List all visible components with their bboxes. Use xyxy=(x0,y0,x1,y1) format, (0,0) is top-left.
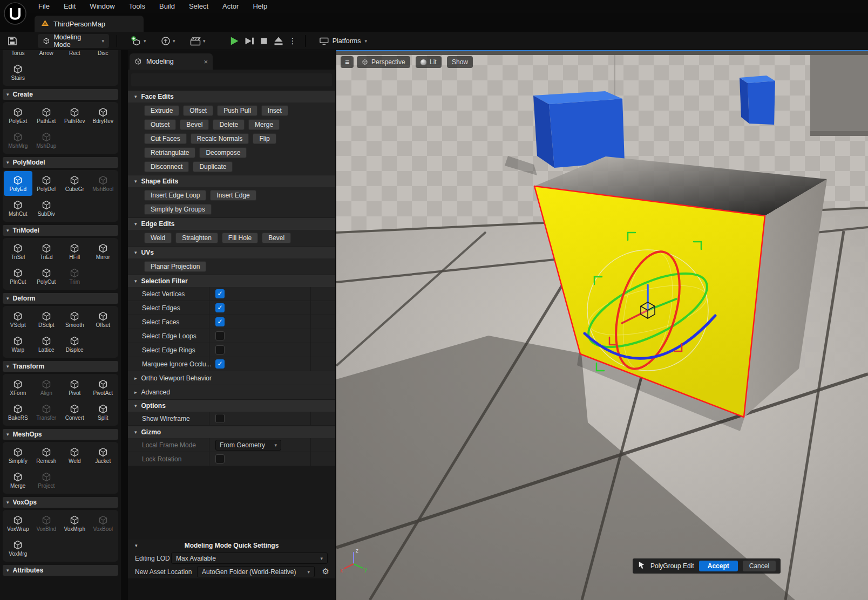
simplify-by-groups-button[interactable]: Simplify by Groups xyxy=(144,204,212,215)
tool-mirror[interactable]: Mirror xyxy=(89,239,118,264)
menu-item-edit[interactable]: Edit xyxy=(57,0,83,13)
platforms-dropdown[interactable]: Platforms ▾ xyxy=(315,34,372,48)
palette-section-trimodel[interactable]: ▾TriModel xyxy=(3,225,118,236)
insert-edge-loop-button[interactable]: Insert Edge Loop xyxy=(144,190,206,201)
planar-projection-button[interactable]: Planar Projection xyxy=(144,261,206,272)
section-selection-filter[interactable]: ▾Selection Filter xyxy=(128,275,335,287)
tool-pathrev[interactable]: PathRev xyxy=(60,103,89,128)
marquee-ignore-occlu-checkbox[interactable]: ✓ xyxy=(215,359,225,369)
play-button[interactable] xyxy=(229,36,240,46)
tool-merge[interactable]: Merge xyxy=(4,468,32,493)
tool-trim[interactable]: Trim xyxy=(60,264,89,289)
viewport-canvas[interactable]: x y z xyxy=(336,50,868,600)
menu-item-help[interactable]: Help xyxy=(246,0,274,13)
tool-bakers[interactable]: BakeRS xyxy=(4,400,32,425)
modeling-panel-tab[interactable]: Modeling × xyxy=(130,53,213,70)
palette-section-attributes[interactable]: ▾Attributes xyxy=(3,565,118,576)
duplicate-button[interactable]: Duplicate xyxy=(193,161,233,172)
play-options-kebab-icon[interactable]: ⋮ xyxy=(289,35,296,47)
delete-button[interactable]: Delete xyxy=(213,119,245,130)
accept-button[interactable]: Accept xyxy=(699,561,738,571)
unreal-logo-icon[interactable] xyxy=(3,2,27,25)
tool-hfill[interactable]: HFill xyxy=(60,239,89,264)
palette-section-transform[interactable]: ▾Transform xyxy=(3,361,118,372)
tool-transfer[interactable]: Transfer xyxy=(32,400,61,425)
palette-section-deform[interactable]: ▾Deform xyxy=(3,293,118,304)
section-uvs[interactable]: ▾UVs xyxy=(128,247,335,258)
tool-voxbool[interactable]: VoxBool xyxy=(89,511,118,536)
tool-plncut[interactable]: PlnCut xyxy=(4,264,32,289)
tool-polycut[interactable]: PolyCut xyxy=(32,264,61,289)
add-content-dropdown[interactable]: ▾ xyxy=(127,34,150,48)
tool-split[interactable]: Split xyxy=(89,400,118,425)
tool-xform[interactable]: XForm xyxy=(4,375,32,400)
close-icon[interactable]: × xyxy=(204,58,208,66)
show-dropdown[interactable]: Show xyxy=(447,56,473,68)
insert-edge-button[interactable]: Insert Edge xyxy=(210,190,256,201)
tool-jacket[interactable]: Jacket xyxy=(89,443,118,468)
editing-lod-dropdown[interactable]: Max Available▾ xyxy=(171,553,328,564)
tool-mshbool[interactable]: MshBool xyxy=(89,171,118,196)
level-tab[interactable]: ThirdPersonMap xyxy=(35,16,144,32)
tool-cubegr[interactable]: CubeGr xyxy=(60,171,89,196)
tool-polyext[interactable]: PolyExt xyxy=(4,103,32,128)
tool-trisel[interactable]: TriSel xyxy=(4,239,32,264)
tool-dsclpt[interactable]: DSclpt xyxy=(32,307,61,332)
select-edge-loops-checkbox[interactable] xyxy=(215,331,225,340)
recalc-normals-button[interactable]: Recalc Normals xyxy=(191,133,249,144)
tool-lattice[interactable]: Lattice xyxy=(32,332,61,357)
select-edge-rings-checkbox[interactable] xyxy=(215,345,225,354)
tool-arrow[interactable]: Arrow xyxy=(32,50,61,60)
menu-item-build[interactable]: Build xyxy=(152,0,182,13)
extrude-button[interactable]: Extrude xyxy=(144,105,179,116)
select-edges-checkbox[interactable]: ✓ xyxy=(215,303,225,312)
section-shape-edits[interactable]: ▾Shape Edits xyxy=(128,175,335,187)
menu-item-file[interactable]: File xyxy=(31,0,57,13)
tool-convert[interactable]: Convert xyxy=(60,400,89,425)
palette-section-voxops[interactable]: ▾VoxOps xyxy=(3,497,118,508)
tool-pathext[interactable]: PathExt xyxy=(32,103,61,128)
frame-skip-button[interactable] xyxy=(244,36,255,46)
bevel-button[interactable]: Bevel xyxy=(180,119,209,130)
tool-mshcut[interactable]: MshCut xyxy=(4,196,32,221)
quick-settings-header[interactable]: ▾ Modeling Mode Quick Settings xyxy=(128,540,335,551)
section-gizmo[interactable]: ▾Gizmo xyxy=(128,426,335,438)
tool-warp[interactable]: Warp xyxy=(4,332,32,357)
show-wireframe-checkbox[interactable] xyxy=(215,414,225,423)
local-frame-mode-dropdown[interactable]: From Geometry▾ xyxy=(215,440,281,451)
palette-section-create[interactable]: ▾Create xyxy=(3,89,118,100)
tool-voxblnd[interactable]: VoxBlnd xyxy=(32,511,61,536)
decompose-button[interactable]: Decompose xyxy=(199,147,247,158)
lit-mode-dropdown[interactable]: Lit xyxy=(416,56,442,68)
tool-mshdup[interactable]: MshDup xyxy=(32,128,61,153)
cinematics-dropdown[interactable]: ▾ xyxy=(187,34,209,48)
offset-button[interactable]: Offset xyxy=(183,105,213,116)
tool-bdryrev[interactable]: BdryRev xyxy=(89,103,118,128)
tool-remesh[interactable]: Remesh xyxy=(32,443,61,468)
tool-pivotact[interactable]: PivotAct xyxy=(89,375,118,400)
tool-polydef[interactable]: PolyDef xyxy=(32,171,61,196)
bevel-button[interactable]: Bevel xyxy=(262,233,291,243)
tool-vsclpt[interactable]: VSclpt xyxy=(4,307,32,332)
tool-tried[interactable]: TriEd xyxy=(32,239,61,264)
blueprints-dropdown[interactable]: ▾ xyxy=(158,34,179,48)
tool-polyed[interactable]: PolyEd xyxy=(4,171,32,196)
stop-button[interactable] xyxy=(259,36,269,46)
tool-disc[interactable]: Disc xyxy=(89,50,118,60)
select-faces-checkbox[interactable]: ✓ xyxy=(215,317,225,326)
row-advanced[interactable]: ▸Advanced xyxy=(128,385,335,399)
tool-simplify[interactable]: Simplify xyxy=(4,443,32,468)
tool-torus[interactable]: Torus xyxy=(4,50,32,60)
fill-hole-button[interactable]: Fill Hole xyxy=(222,233,258,243)
section-edge-edits[interactable]: ▾Edge Edits xyxy=(128,218,335,230)
gear-icon[interactable]: ⚙ xyxy=(322,567,329,576)
viewport-options-menu-icon[interactable]: ≡ xyxy=(341,56,354,68)
cut-faces-button[interactable]: Cut Faces xyxy=(144,133,187,144)
section-face-edits[interactable]: ▾Face Edits xyxy=(128,91,335,103)
tool-voxmrg[interactable]: VoxMrg xyxy=(4,536,32,561)
straighten-button[interactable]: Straighten xyxy=(175,233,218,243)
tool-smooth[interactable]: Smooth xyxy=(60,307,89,332)
outset-button[interactable]: Outset xyxy=(144,119,176,130)
perspective-dropdown[interactable]: Perspective xyxy=(357,56,410,68)
blue-cube-large[interactable] xyxy=(533,91,625,168)
